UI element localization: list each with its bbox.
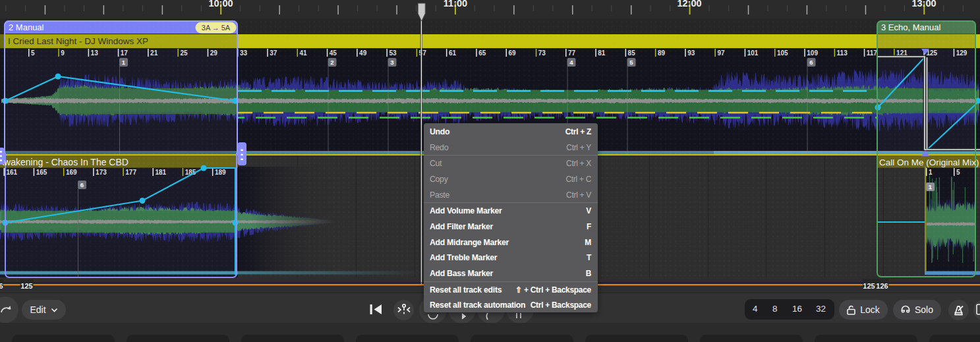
svg-text:12:00: 12:00 [677, 0, 701, 9]
svg-text:126: 126 [876, 282, 888, 290]
svg-text:6: 6 [0, 282, 3, 290]
svg-text:11:00: 11:00 [444, 0, 467, 9]
svg-text:125: 125 [863, 282, 875, 290]
svg-text:125: 125 [20, 282, 32, 290]
svg-text:10:00: 10:00 [208, 0, 233, 9]
svg-text:13:00: 13:00 [911, 0, 936, 9]
